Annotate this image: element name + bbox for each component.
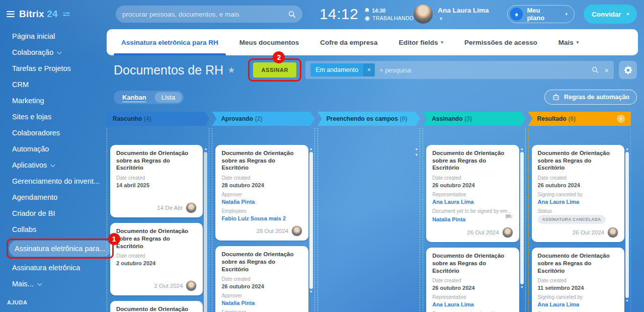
menu-icon[interactable] — [7, 11, 15, 17]
sidebar-item[interactable]: Gerenciamento do invent... — [7, 173, 105, 189]
field-value-link[interactable]: Ana Laura Lima — [538, 301, 618, 307]
tab[interactable]: Cofre da empresa ▾ — [309, 29, 388, 55]
view-option-kanban[interactable]: Kanban — [115, 92, 153, 103]
sidebar-item-label: Página inicial — [12, 32, 55, 40]
filter-search-icon[interactable] — [592, 66, 599, 73]
sidebar-item[interactable]: Automação — [7, 141, 54, 157]
scroll-up-icon[interactable]: ▲ — [204, 147, 207, 151]
field-value-link[interactable]: Fabio Luiz Sousa mais 2 — [221, 215, 302, 221]
chip-remove-icon[interactable]: × — [363, 63, 375, 76]
card-footer: 2 Out 2024 — [116, 280, 197, 291]
field-value-link[interactable]: Natalia Pinta — [432, 216, 465, 222]
tab[interactable]: Permissões de acesso ▾ — [454, 29, 548, 55]
scroll-down-icon[interactable]: ▼ — [309, 290, 313, 294]
kanban-column-header[interactable]: Resultado (6) + — [528, 112, 631, 126]
scroll-up-icon[interactable]: ▲ — [520, 147, 524, 151]
kanban-card[interactable]: Documento de Orientação sobre as Regras … — [110, 223, 203, 295]
kanban-card[interactable]: Documento de Orientação sobre as Regras … — [110, 145, 203, 217]
kanban-column-header[interactable]: Aprovando (2) + — [212, 112, 314, 126]
kanban-card[interactable]: Documento de Orientação sobre as Regras … — [110, 301, 203, 312]
status-block[interactable]: 14:30 ◉ TRABALHANDO — [364, 8, 414, 21]
sidebar-item[interactable]: Tarefas e Projetos — [7, 60, 76, 76]
search-icon[interactable] — [288, 11, 296, 18]
sidebar-item[interactable]: Página inicial — [7, 28, 60, 44]
settings-button[interactable] — [619, 61, 637, 79]
filter-chip[interactable]: Em andamento × — [310, 63, 375, 76]
kanban-card[interactable]: Documento de Orientação sobre as Regras … — [532, 248, 624, 312]
field-value-link[interactable]: Natalia Pinta — [221, 199, 302, 205]
scroll-down-icon[interactable]: ▼ — [520, 285, 524, 289]
my-plan-button[interactable]: ♦ Meu plano ▾ — [507, 5, 575, 23]
scroll-thumb[interactable] — [204, 152, 207, 312]
tab-label: Editor fields — [398, 39, 438, 46]
scroll-thumb[interactable] — [520, 152, 524, 284]
kanban-card[interactable]: Documento de Orientação sobre as Regras … — [215, 145, 308, 241]
user-avatar[interactable] — [414, 5, 433, 24]
tab[interactable]: Editor fields ▾ — [388, 29, 454, 55]
scroll-down-icon[interactable]: ▼ — [415, 153, 418, 157]
sidebar-item[interactable]: Assinatura eletrônica para... — [9, 241, 111, 257]
kanban-column-header[interactable]: Preenchendo os campos (0) + — [317, 112, 420, 126]
scrollbar[interactable]: ▲ ▼ — [309, 147, 313, 312]
tab[interactable]: Mais ▾ — [548, 29, 590, 55]
view-option-lista[interactable]: Lista — [154, 92, 182, 103]
scroll-up-icon[interactable]: ▲ — [415, 147, 418, 151]
field-label: Approver — [221, 293, 302, 298]
kanban-card[interactable]: Documento de Orientação sobre as Regras … — [215, 246, 308, 312]
help-link[interactable]: AJUDA — [7, 299, 27, 305]
field-value-link[interactable]: Ana Laura Lima — [538, 199, 618, 205]
field-value-link[interactable]: Natalia Pinta — [221, 300, 302, 306]
sidebar-item[interactable]: Marketing — [7, 93, 50, 109]
sidebar-item[interactable]: Collabs — [7, 221, 42, 238]
clock[interactable]: 14:12 — [319, 6, 359, 23]
filter-bar[interactable]: Em andamento × + pesquisa × — [305, 61, 614, 79]
sidebar-item[interactable]: Colaboração — [7, 44, 66, 60]
sidebar-item-label: Sites e lojas — [12, 113, 51, 121]
kanban-card[interactable]: Documento de Orientação sobre as Regras … — [532, 145, 624, 242]
kanban-column-header[interactable]: Assinando (3) + — [423, 112, 525, 126]
scroll-up-icon[interactable]: ▲ — [309, 147, 313, 151]
sidebar-item[interactable]: CRM — [7, 76, 34, 93]
kanban-card[interactable]: Documento de Orientação sobre as Regras … — [426, 248, 519, 312]
global-search[interactable] — [116, 6, 302, 23]
field-value-link[interactable]: Ana Laura Lima — [432, 301, 513, 307]
sidebar-item[interactable]: Colaboradores — [7, 125, 65, 141]
sidebar-item[interactable]: Assinatura eletrônica — [7, 260, 86, 276]
kanban-card[interactable]: Documento de Orientação sobre as Regras … — [426, 145, 519, 242]
avatar — [186, 202, 197, 213]
scroll-thumb[interactable] — [625, 152, 629, 298]
sidebar-item[interactable]: Criador de BI — [7, 205, 60, 221]
user-menu[interactable]: Ana Laura Lima ▾ — [438, 7, 495, 22]
sliders-icon[interactable] — [62, 11, 70, 17]
tab-label: Mais — [558, 39, 574, 46]
sign-button[interactable]: ASSINAR — [253, 62, 296, 77]
brand-logo[interactable]: Bitrix 24 — [19, 9, 58, 20]
card-list: Documento de Orientação sobre as Regras … — [532, 145, 624, 312]
scroll-up-icon[interactable]: ▲ — [625, 147, 629, 151]
sidebar-item[interactable]: Agendamento — [7, 189, 63, 205]
kanban-column-header[interactable]: Rascunho (4) + — [107, 112, 209, 126]
sidebar-item[interactable]: Aplicativos — [7, 157, 59, 173]
scrollbar[interactable]: ▲ ▼ — [625, 147, 629, 312]
tab[interactable]: Assinatura eletrônica para RH ▾ — [111, 29, 229, 55]
scrollbar[interactable]: ▲ ▼ — [203, 147, 208, 312]
tab[interactable]: Meus documentos ▾ — [229, 29, 310, 55]
scrollbar[interactable]: ▲ ▼ — [520, 147, 524, 312]
chat-plus-icon[interactable] — [505, 214, 513, 221]
sidebar-item[interactable]: Mais... — [7, 276, 46, 292]
favorite-star-icon[interactable]: ★ — [227, 65, 235, 75]
scroll-down-icon[interactable]: ▼ — [625, 299, 629, 303]
add-item-icon[interactable]: + — [617, 115, 625, 123]
card-title: Documento de Orientação sobre as Regras … — [116, 227, 197, 250]
search-input[interactable] — [122, 11, 288, 18]
sidebar-item[interactable]: Sites e lojas — [7, 109, 57, 125]
automation-rules-button[interactable]: Regras de automação — [544, 90, 637, 105]
field-label: Signing canceled by — [538, 192, 618, 197]
scroll-thumb[interactable] — [309, 152, 313, 289]
sidebar-item-label: Gerenciamento do invent... — [12, 177, 100, 185]
scrollbar[interactable]: ▲ ▼ — [414, 147, 419, 312]
filter-clear-icon[interactable]: × — [604, 66, 609, 74]
card-fields: Date created11 setembro 2024Signing canc… — [538, 274, 618, 312]
invite-button[interactable]: Convidar ▾ — [584, 5, 637, 24]
field-value-link[interactable]: Ana Laura Lima — [432, 199, 513, 205]
